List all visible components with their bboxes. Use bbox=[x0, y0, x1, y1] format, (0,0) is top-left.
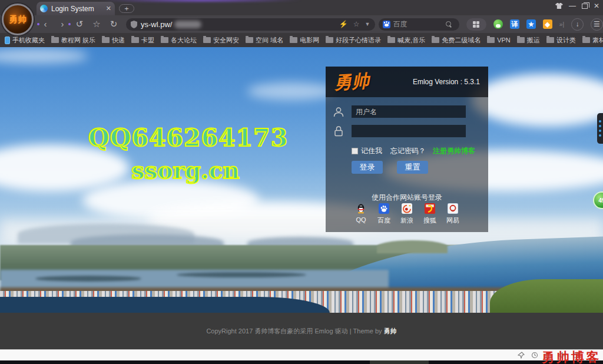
page-footer: CopyRight 2017 勇帅博客自豪的采用 Emlog 驱动 | Them… bbox=[0, 313, 603, 349]
bookmark-item[interactable]: 各大论坛 bbox=[161, 36, 197, 45]
baidu-engine-icon[interactable] bbox=[383, 21, 390, 28]
bookmarks-bar: 手机收藏夹教程网 娱乐快递卡盟各大论坛安全网安空间 域名电影网好段子心情语录喊麦… bbox=[0, 33, 603, 47]
bookmark-item[interactable]: 空间 域名 bbox=[246, 36, 283, 45]
remember-me-checkbox[interactable] bbox=[352, 148, 358, 154]
bookmarks-overflow-icon[interactable]: » bbox=[594, 35, 598, 44]
watermark: QQ646264173 ssorg.cn bbox=[88, 124, 283, 184]
qq-icon bbox=[356, 203, 366, 214]
lightning-icon[interactable]: ⚡ bbox=[339, 20, 348, 28]
folder-icon bbox=[51, 37, 59, 43]
copyright-text: CopyRight 2017 勇帅博客自豪的采用 Emlog 驱动 | Them… bbox=[206, 327, 396, 336]
restore-button[interactable] bbox=[582, 4, 588, 9]
bookmark-item[interactable]: 快递 bbox=[102, 36, 125, 45]
tab-close-icon[interactable]: ✕ bbox=[106, 5, 111, 12]
browser-tab[interactable]: Login System ✕ bbox=[37, 2, 115, 15]
watermark-line2: ssorg.cn bbox=[88, 157, 283, 184]
close-button[interactable]: ✕ bbox=[594, 1, 599, 11]
folder-icon bbox=[432, 37, 439, 43]
bookmark-item[interactable]: VPN bbox=[487, 37, 511, 44]
bookmark-label: 安全网安 bbox=[213, 36, 239, 45]
search-input[interactable] bbox=[393, 20, 443, 28]
bookmark-item[interactable]: 安全网安 bbox=[203, 36, 239, 45]
register-link[interactable]: 注册勇帅博客 bbox=[433, 146, 475, 156]
bookmark-label: 快递 bbox=[112, 36, 125, 45]
partner-qq[interactable]: QQ bbox=[353, 203, 369, 225]
new-tab-button[interactable]: ＋ bbox=[119, 4, 134, 13]
pin-icon[interactable] bbox=[518, 352, 525, 359]
bookmark-star-icon[interactable]: ☆ bbox=[353, 20, 360, 28]
site-shield-icon bbox=[131, 21, 137, 28]
folder-icon bbox=[326, 37, 333, 43]
partner-login-title: 使用合作网站账号登录 bbox=[326, 193, 488, 203]
partner-netease[interactable]: 网易 bbox=[445, 203, 461, 225]
bookmark-item[interactable]: 电影网 bbox=[290, 36, 319, 45]
partner-sina[interactable]: 新浪 bbox=[399, 203, 415, 225]
forgot-password-link[interactable]: 忘记密码？ bbox=[390, 146, 426, 156]
login-button[interactable]: 登录 bbox=[352, 161, 383, 174]
url-text: ys-wl.pw/ bbox=[141, 20, 172, 29]
taskbar-strip bbox=[0, 360, 603, 364]
search-bar[interactable] bbox=[379, 18, 459, 31]
bookmark-item[interactable]: 免费二级域名 bbox=[432, 36, 481, 45]
baidu-icon bbox=[379, 203, 389, 214]
folder-icon bbox=[387, 37, 395, 43]
menu-button[interactable]: ☰ bbox=[591, 18, 603, 31]
theme-author-link[interactable]: 勇帅 bbox=[384, 327, 397, 335]
tab-title: Login System bbox=[51, 5, 102, 13]
folder-icon bbox=[246, 37, 253, 43]
folder-icon bbox=[102, 37, 110, 43]
bookmarks-extension-icon[interactable]: ★ bbox=[526, 19, 536, 29]
partner-baidu[interactable]: 百度 bbox=[376, 203, 392, 225]
watermark-line1: QQ646264173 bbox=[88, 124, 283, 152]
site-logo: 勇帅 bbox=[333, 69, 370, 95]
bookmark-item[interactable]: 喊麦,音乐 bbox=[387, 36, 425, 45]
browser-account-avatar[interactable]: 勇帅 bbox=[2, 4, 34, 35]
undo-close-button[interactable]: ↺ bbox=[73, 18, 86, 31]
address-bar[interactable]: ys-wl.pw/ ⚡ ☆ ▼ bbox=[126, 18, 375, 31]
refresh-circle-icon[interactable] bbox=[531, 352, 538, 359]
username-input[interactable] bbox=[352, 105, 466, 118]
security-extension-icon[interactable]: ◆ bbox=[543, 19, 552, 29]
apps-grid-button[interactable] bbox=[466, 18, 486, 31]
folder-icon bbox=[582, 37, 590, 43]
search-icon[interactable] bbox=[446, 21, 452, 27]
folder-icon bbox=[131, 37, 139, 43]
reload-button[interactable]: ↻ bbox=[107, 18, 120, 31]
tab-favicon-icon bbox=[40, 5, 48, 12]
bookmark-item[interactable]: 素材类 bbox=[582, 36, 603, 45]
bookmark-item[interactable]: 教程网 娱乐 bbox=[51, 36, 95, 45]
forward-button[interactable]: › bbox=[56, 18, 69, 31]
page-background-photo: QQ646264173 ssorg.cn 勇帅 Emlog Version : … bbox=[0, 47, 603, 313]
speed-ball[interactable]: 49 bbox=[593, 191, 603, 209]
bookmarks-list: 手机收藏夹教程网 娱乐快递卡盟各大论坛安全网安空间 域名电影网好段子心情语录喊麦… bbox=[5, 36, 603, 45]
netease-icon bbox=[448, 203, 458, 214]
url-censored-blur bbox=[174, 21, 201, 28]
favorite-star-button[interactable]: ☆ bbox=[90, 18, 103, 31]
sina-weibo-icon bbox=[402, 203, 412, 214]
folder-icon bbox=[487, 37, 495, 43]
minimize-button[interactable]: — bbox=[569, 1, 576, 11]
downloads-button[interactable]: ↓ bbox=[571, 18, 584, 31]
bookmark-label: 空间 域名 bbox=[256, 36, 283, 45]
collapsed-side-toolbar[interactable] bbox=[597, 113, 603, 144]
password-input[interactable] bbox=[352, 125, 466, 137]
bookmark-label: 卡盟 bbox=[141, 36, 154, 45]
browser-window: Login System ✕ ＋ — ✕ 勇帅 ‹ › ↺ ☆ ↻ ys-wl.… bbox=[0, 0, 603, 364]
bookmark-item[interactable]: 手机收藏夹 bbox=[5, 36, 45, 45]
bookmark-item[interactable]: 卡盟 bbox=[131, 36, 154, 45]
partner-login-row: QQ 百度 bbox=[326, 203, 488, 225]
extensions-overflow-icon[interactable]: »| bbox=[559, 21, 564, 28]
mushroom-extension-icon[interactable] bbox=[493, 19, 503, 29]
bookmark-item[interactable]: 好段子心情语录 bbox=[326, 36, 381, 45]
theme-skin-icon[interactable] bbox=[555, 3, 563, 9]
status-bar: 勇帅博客 bbox=[0, 349, 603, 360]
bookmark-item[interactable]: 设计类 bbox=[546, 36, 576, 45]
back-button[interactable]: ‹ bbox=[39, 18, 52, 31]
dropdown-arrow-icon[interactable]: ▼ bbox=[365, 21, 370, 27]
bookmark-item[interactable]: 搬运 bbox=[517, 36, 540, 45]
translate-extension-icon[interactable]: 译 bbox=[510, 19, 519, 29]
login-panel: 勇帅 Emlog Version : 5.3.1 bbox=[326, 67, 488, 232]
partner-sohu[interactable]: 搜狐 bbox=[422, 203, 438, 225]
bookmark-label: 教程网 娱乐 bbox=[61, 36, 95, 45]
reset-button[interactable]: 重置 bbox=[397, 161, 428, 174]
